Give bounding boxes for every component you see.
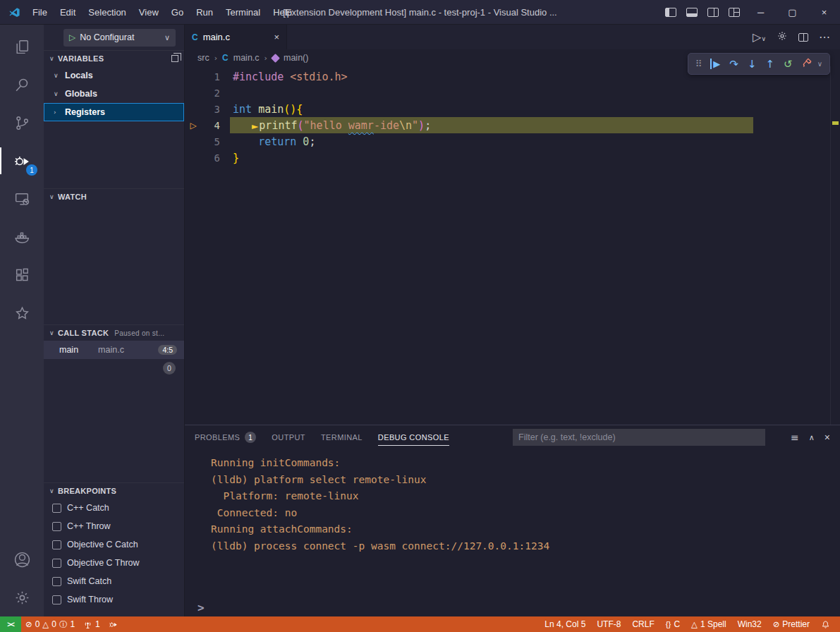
tab-main-c[interactable]: C main.c × xyxy=(185,25,287,49)
language-mode[interactable]: {} C xyxy=(660,616,686,632)
menu-selection[interactable]: Selection xyxy=(82,0,132,25)
cursor-position[interactable]: Ln 4, Col 5 xyxy=(539,616,591,632)
copy-icon[interactable] xyxy=(171,55,178,62)
breadcrumb-src[interactable]: src xyxy=(197,53,209,63)
chevron-down-icon[interactable]: ∨ xyxy=(817,60,822,68)
breakpoint-swift-catch[interactable]: Swift Catch xyxy=(44,572,184,590)
current-line-arrow-icon[interactable]: ▷ xyxy=(185,121,202,130)
breakpoint-swift-throw[interactable]: Swift Throw xyxy=(44,590,184,609)
start-debug-icon[interactable]: ▷ xyxy=(69,32,75,42)
menu-file[interactable]: File xyxy=(26,0,54,25)
maximize-panel-icon[interactable]: ∧ xyxy=(809,433,815,442)
debug-config-gear-icon[interactable] xyxy=(777,30,788,44)
toggle-panel-icon[interactable] xyxy=(686,8,698,17)
code-text[interactable]: ►printf("hello wamr-ide\n"); xyxy=(220,119,431,132)
close-panel-icon[interactable]: × xyxy=(824,432,830,443)
menu-run[interactable]: Run xyxy=(190,0,219,25)
debug-console-input[interactable]: > xyxy=(185,598,840,616)
docker-icon[interactable] xyxy=(0,218,44,256)
search-icon[interactable] xyxy=(0,66,44,104)
toggle-secondary-sidebar-icon[interactable] xyxy=(707,8,719,17)
breakpoint-c-catch[interactable]: C++ Catch xyxy=(44,499,184,517)
step-into-button[interactable]: ↓ xyxy=(748,58,757,71)
code-editor[interactable]: 1#include <stdio.h>23int main(){▷4 ►prin… xyxy=(185,66,840,425)
menu-terminal[interactable]: Terminal xyxy=(219,0,267,25)
checkbox[interactable] xyxy=(52,577,61,586)
breakpoint-objective-c-throw[interactable]: Objective C Throw xyxy=(44,554,184,572)
toggle-sidebar-icon[interactable] xyxy=(665,8,676,17)
run-and-debug-icon[interactable]: 1 xyxy=(0,142,44,180)
chevron-down-icon: ∨ xyxy=(49,55,54,62)
menu-go[interactable]: Go xyxy=(165,0,190,25)
breakpoints-section: ∨ BREAKPOINTS C++ CatchC++ ThrowObjectiv… xyxy=(44,482,184,616)
variables-header[interactable]: ∨ VARIABLES xyxy=(44,50,184,66)
drag-handle-icon[interactable]: ⠿ xyxy=(695,59,702,69)
settings-gear-icon[interactable] xyxy=(0,578,44,616)
checkbox[interactable] xyxy=(52,540,61,549)
formatter-status[interactable]: ⊘ Prettier xyxy=(767,616,815,632)
breadcrumb-symbol[interactable]: main() xyxy=(284,53,308,63)
launch-config-dropdown[interactable]: ▷ No Configurat ∨ xyxy=(63,29,176,47)
star-icon[interactable] xyxy=(0,294,44,332)
spell-checker-status[interactable]: △ 1 Spell xyxy=(686,616,732,632)
filter-icon[interactable]: ≡ xyxy=(791,432,799,443)
problems-status[interactable]: ⊘0 △0 ⓘ1 xyxy=(21,616,79,632)
code-line-2: 2 xyxy=(185,85,840,101)
notifications-bell-icon[interactable] xyxy=(815,616,836,632)
variables-item-registers[interactable]: ›Registers xyxy=(44,103,184,121)
customize-layout-icon[interactable] xyxy=(729,8,740,17)
extensions-icon[interactable] xyxy=(0,256,44,294)
panel-tab-debug-console[interactable]: DEBUG CONSOLE xyxy=(378,425,449,449)
more-actions-icon[interactable]: ⋯ xyxy=(819,30,830,44)
panel-tab-output[interactable]: OUTPUT xyxy=(272,425,305,449)
close-tab-icon[interactable]: × xyxy=(274,32,279,42)
maximize-button[interactable]: ▢ xyxy=(777,0,808,25)
breadcrumb-file[interactable]: main.c xyxy=(233,53,260,63)
eol-indicator[interactable]: CRLF xyxy=(626,616,659,632)
stack-frame-row[interactable]: main main.c 4:5 xyxy=(44,341,184,359)
code-text[interactable]: } xyxy=(220,152,239,164)
debug-session-status[interactable] xyxy=(104,616,122,632)
watch-header[interactable]: ∨ WATCH xyxy=(44,188,184,205)
disconnect-button[interactable] xyxy=(802,57,812,71)
variables-item-label: Locals xyxy=(65,71,93,80)
chevron-down-icon: ∨ xyxy=(49,193,54,200)
checkbox[interactable] xyxy=(52,504,61,513)
code-text[interactable]: #include <stdio.h> xyxy=(220,71,348,83)
step-over-button[interactable]: ↷ xyxy=(729,58,738,71)
platform-indicator[interactable]: Win32 xyxy=(732,616,767,632)
code-text[interactable]: return 0; xyxy=(220,135,315,148)
variables-item-globals[interactable]: ∨Globals xyxy=(44,85,184,103)
close-button[interactable]: × xyxy=(808,0,840,25)
continue-button[interactable]: ▶ xyxy=(710,59,720,69)
menu-edit[interactable]: Edit xyxy=(54,0,82,25)
panel-tab-problems[interactable]: PROBLEMS1 xyxy=(195,425,256,449)
minimize-button[interactable]: ─ xyxy=(745,0,777,25)
breakpoint-c-throw[interactable]: C++ Throw xyxy=(44,517,184,535)
run-file-button[interactable]: ▷∨ xyxy=(753,30,766,44)
call-stack-header[interactable]: ∨ CALL STACK Paused on st... xyxy=(44,324,184,341)
source-control-icon[interactable] xyxy=(0,104,44,142)
checkbox[interactable] xyxy=(52,559,61,568)
checkbox[interactable] xyxy=(52,522,61,531)
menu-view[interactable]: View xyxy=(133,0,165,25)
breakpoint-objective-c-catch[interactable]: Objective C Catch xyxy=(44,535,184,554)
split-editor-icon[interactable] xyxy=(798,33,808,42)
ports-status[interactable]: 1 xyxy=(79,616,104,632)
checkbox[interactable] xyxy=(52,595,61,604)
variables-item-locals[interactable]: ∨Locals xyxy=(44,66,184,85)
explorer-icon[interactable] xyxy=(0,28,44,66)
encoding-indicator[interactable]: UTF-8 xyxy=(591,616,626,632)
breakpoints-header[interactable]: ∨ BREAKPOINTS xyxy=(44,482,184,499)
panel-tab-terminal[interactable]: TERMINAL xyxy=(321,425,363,449)
restart-button[interactable]: ↺ xyxy=(784,58,793,71)
tab-label: main.c xyxy=(203,32,230,42)
editor-scrollbar[interactable] xyxy=(830,66,840,425)
remote-explorer-icon[interactable] xyxy=(0,180,44,218)
step-out-button[interactable]: ↑ xyxy=(766,58,775,71)
menu-help[interactable]: Help xyxy=(267,0,298,25)
remote-indicator[interactable]: >< xyxy=(0,616,21,632)
account-icon[interactable] xyxy=(0,540,44,578)
console-filter-input[interactable] xyxy=(513,429,765,446)
code-text[interactable]: int main(){ xyxy=(220,103,303,116)
